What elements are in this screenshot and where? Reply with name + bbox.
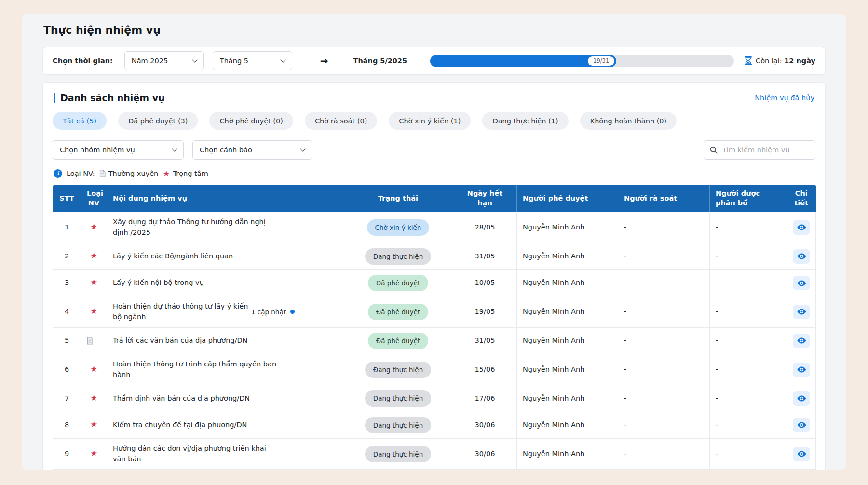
table-row: 3★Lấy ý kiến nội bộ trong vụĐã phê duyệt…	[53, 269, 816, 296]
table-row: 5Trả lời các văn bản của địa phương/DNĐã…	[53, 327, 816, 354]
arrow-right-icon: →	[320, 55, 328, 67]
task-status-cell: Đang thực hiện	[343, 354, 453, 385]
tab-status-6[interactable]: Không hoàn thành (0)	[580, 112, 677, 130]
approver: Nguyễn Minh Anh	[517, 212, 618, 243]
task-name-cell: Lấy ý kiến các Bộ/ngành liên quan	[107, 243, 343, 269]
star-icon: ★	[90, 251, 97, 260]
assignee: -	[710, 385, 787, 412]
detail-cell	[787, 354, 816, 385]
view-detail-button[interactable]	[793, 220, 810, 235]
month-select[interactable]: Tháng 5	[213, 51, 292, 70]
task-type-cell: ★	[81, 412, 107, 438]
due-date: 30/06	[453, 438, 517, 470]
eye-icon	[797, 366, 806, 373]
tab-status-2[interactable]: Chờ phê duyệt (0)	[209, 112, 293, 130]
task-status-cell: Đã phê duyệt	[343, 269, 453, 296]
task-name-cell: Thẩm định văn bản của địa phương/DN	[107, 385, 343, 412]
detail-cell	[787, 269, 816, 296]
task-stt: 2	[53, 243, 81, 269]
detail-cell	[787, 212, 816, 243]
table-row: 9★Hướng dẫn các đơn vị/địa phương triển …	[53, 438, 816, 470]
task-name-cell: Lấy ý kiến nội bộ trong vụ	[107, 269, 343, 296]
table-header-row: STT Loại NV Nội dung nhiệm vụ Trạng thái…	[53, 185, 816, 212]
task-status-cell: Đang thực hiện	[343, 385, 453, 412]
task-table: STT Loại NV Nội dung nhiệm vụ Trạng thái…	[53, 185, 816, 470]
task-name-cell: Hoàn thiện thông tư trình cấp thẩm quyền…	[107, 354, 343, 385]
table-row: 4★Hoàn thiện dự thảo thông tư lấy ý kiến…	[53, 296, 816, 328]
task-type-legend: i Loại NV: Thường xuyên ★ Trọng tâm	[54, 169, 815, 178]
tab-status-1[interactable]: Đã phê duyệt (3)	[118, 112, 198, 130]
status-badge: Đang thực hiện	[365, 362, 431, 378]
view-detail-button[interactable]	[793, 276, 810, 290]
approver: Nguyễn Minh Anh	[517, 327, 618, 354]
view-detail-button[interactable]	[793, 391, 810, 406]
view-detail-button[interactable]	[793, 363, 810, 377]
assignee: -	[710, 296, 787, 328]
update-badge: 1 cập nhật	[251, 307, 295, 317]
task-name: Thẩm định văn bản của địa phương/DN	[113, 393, 250, 404]
task-type-cell: ★	[81, 296, 107, 328]
due-date: 31/05	[453, 243, 517, 269]
task-stt: 1	[53, 212, 81, 243]
alert-select-wrap: Chọn cảnh báo	[192, 140, 312, 160]
eye-icon	[797, 395, 806, 402]
view-detail-button[interactable]	[793, 334, 810, 348]
status-badge: Đã phê duyệt	[368, 304, 428, 320]
task-name-cell: Trả lời các văn bản của địa phương/DN	[107, 327, 343, 354]
assignee: -	[710, 354, 787, 385]
col-header-assignee: Người được phân bổ	[710, 185, 787, 212]
legend-label: Loại NV:	[67, 170, 95, 177]
year-select[interactable]: Năm 2025	[124, 51, 204, 70]
approver: Nguyễn Minh Anh	[517, 354, 618, 385]
task-status-cell: Đã phê duyệt	[343, 296, 453, 328]
assignee: -	[710, 269, 787, 296]
approver: Nguyễn Minh Anh	[517, 438, 618, 470]
task-name-cell: Kiểm tra chuyên đề tại địa phương/DN	[107, 412, 343, 438]
task-name-cell: Hướng dẫn các đơn vị/địa phương triển kh…	[107, 438, 343, 470]
cancelled-tasks-link[interactable]: Nhiệm vụ đã hủy	[755, 94, 814, 102]
alert-select[interactable]: Chọn cảnh báo	[192, 140, 312, 160]
reviewer: -	[618, 354, 710, 385]
star-icon: ★	[90, 306, 97, 316]
detail-cell	[787, 385, 816, 412]
approver: Nguyễn Minh Anh	[517, 269, 618, 296]
task-name: Hoàn thiện thông tư trình cấp thẩm quyền…	[113, 359, 279, 380]
status-filter-tabs: Tất cả (5)Đã phê duyệt (3)Chờ phê duyệt …	[53, 112, 815, 130]
table-row: 1★Xây dựng dự thảo Thông tư hướng dẫn ng…	[53, 212, 816, 243]
assignee: -	[710, 327, 787, 354]
col-header-approver: Người phê duyệt	[517, 185, 618, 212]
detail-cell	[787, 438, 816, 470]
task-name: Hoàn thiện dự thảo thông tư lấy ý kiến b…	[113, 301, 251, 323]
task-status-cell: Đang thực hiện	[343, 243, 453, 269]
task-group-select[interactable]: Chọn nhóm nhiệm vụ	[53, 140, 184, 160]
task-status-cell: Đang thực hiện	[343, 412, 453, 438]
task-stt: 4	[53, 296, 81, 328]
view-detail-button[interactable]	[793, 418, 810, 432]
view-detail-button[interactable]	[793, 249, 810, 264]
table-row: 2★Lấy ý kiến các Bộ/ngành liên quanĐang …	[53, 243, 816, 269]
tab-status-0[interactable]: Tất cả (5)	[53, 112, 107, 130]
task-type-cell: ★	[81, 438, 107, 470]
view-detail-button[interactable]	[793, 447, 810, 461]
tab-status-4[interactable]: Chờ xin ý kiến (1)	[389, 112, 471, 130]
task-name-cell: Hoàn thiện dự thảo thông tư lấy ý kiến b…	[107, 296, 343, 328]
due-date: 28/05	[453, 212, 517, 243]
task-name: Hướng dẫn các đơn vị/địa phương triển kh…	[113, 444, 279, 465]
approver: Nguyễn Minh Anh	[517, 243, 618, 269]
task-list-card: Danh sách nhiệm vụ Nhiệm vụ đã hủy Tất c…	[42, 82, 826, 470]
main-panel: Thực hiện nhiệm vụ Chọn thời gian: Năm 2…	[22, 14, 846, 470]
status-badge: Đã phê duyệt	[368, 333, 428, 349]
task-stt: 6	[53, 354, 81, 385]
reviewer: -	[618, 212, 710, 243]
tab-status-3[interactable]: Chờ rà soát (0)	[305, 112, 377, 130]
view-detail-button[interactable]	[793, 305, 810, 319]
eye-icon	[797, 451, 806, 457]
task-name: Lấy ý kiến nội bộ trong vụ	[113, 278, 204, 288]
search-input[interactable]	[722, 146, 809, 154]
info-icon: i	[54, 169, 62, 178]
tab-status-5[interactable]: Đang thực hiện (1)	[482, 112, 568, 130]
star-icon: ★	[90, 419, 97, 429]
detail-cell	[787, 327, 816, 354]
due-date: 17/06	[453, 385, 517, 412]
status-badge: Chờ xin ý kiến	[367, 219, 430, 236]
